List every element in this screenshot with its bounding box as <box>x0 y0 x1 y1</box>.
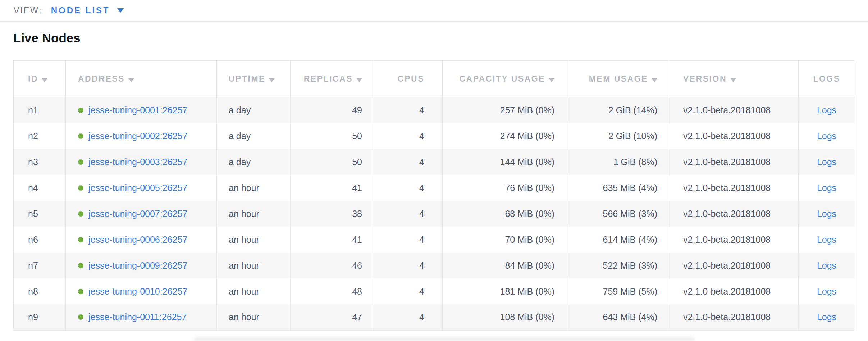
live-nodes-table: ID ADDRESS UPTIME REPLICAS CPUS CAPACITY… <box>13 60 855 331</box>
view-label: VIEW: <box>14 6 42 15</box>
node-replicas-cell: 50 <box>291 123 373 149</box>
node-address-link[interactable]: jesse-tuning-0009:26257 <box>88 260 187 270</box>
node-capacity-usage-cell: 108 MiB (0%) <box>443 304 568 330</box>
node-health-icon <box>78 237 83 242</box>
node-id-cell: n4 <box>14 175 66 201</box>
node-id-cell: n1 <box>14 97 66 123</box>
column-header-address[interactable]: ADDRESS <box>66 60 217 97</box>
sort-arrow-icon <box>128 78 134 82</box>
node-address-link[interactable]: jesse-tuning-0006:26257 <box>88 235 187 245</box>
column-header-capacity-usage[interactable]: CAPACITY USAGE <box>443 60 568 97</box>
node-uptime-cell: an hour <box>217 201 291 227</box>
node-mem-usage-cell: 522 MiB (3%) <box>568 253 668 278</box>
node-uptime-cell: an hour <box>217 304 291 330</box>
node-version-cell: v2.1.0-beta.20181008 <box>668 175 799 201</box>
table-row: n8 jesse-tuning-0010:26257 an hour 48 4 … <box>14 278 855 304</box>
node-version-cell: v2.1.0-beta.20181008 <box>668 278 799 304</box>
node-capacity-usage-cell: 84 MiB (0%) <box>443 253 568 278</box>
node-logs-link[interactable]: Logs <box>817 312 836 322</box>
node-replicas-cell: 41 <box>291 227 373 253</box>
node-mem-usage-cell: 2 GiB (10%) <box>568 123 668 149</box>
node-version-cell: v2.1.0-beta.20181008 <box>668 201 799 227</box>
node-address-link[interactable]: jesse-tuning-0002:26257 <box>88 131 187 141</box>
node-logs-link[interactable]: Logs <box>817 131 836 141</box>
node-health-icon <box>78 185 83 191</box>
sort-arrow-icon <box>42 78 47 82</box>
node-address-link[interactable]: jesse-tuning-0003:26257 <box>88 157 187 167</box>
node-cpus-cell: 4 <box>373 97 443 123</box>
node-logs-link[interactable]: Logs <box>817 105 836 115</box>
table-row: n3 jesse-tuning-0003:26257 a day 50 4 14… <box>14 149 855 175</box>
chevron-down-icon <box>117 8 124 13</box>
node-capacity-usage-cell: 274 MiB (0%) <box>443 123 568 149</box>
node-address-link[interactable]: jesse-tuning-0010:26257 <box>88 286 187 296</box>
column-header-version[interactable]: VERSION <box>668 60 799 97</box>
node-capacity-usage-cell: 68 MiB (0%) <box>443 201 568 227</box>
node-replicas-cell: 38 <box>291 201 373 227</box>
sort-arrow-icon <box>549 78 554 82</box>
node-health-icon <box>78 133 83 139</box>
node-uptime-cell: an hour <box>217 253 291 278</box>
table-row: n2 jesse-tuning-0002:26257 a day 50 4 27… <box>14 123 855 149</box>
column-header-uptime[interactable]: UPTIME <box>217 60 291 97</box>
node-cpus-cell: 4 <box>373 304 443 330</box>
node-cpus-cell: 4 <box>373 175 443 201</box>
node-cpus-cell: 4 <box>373 123 443 149</box>
node-uptime-cell: a day <box>217 123 291 149</box>
node-health-icon <box>78 159 83 165</box>
node-replicas-cell: 47 <box>291 304 373 330</box>
node-address-link[interactable]: jesse-tuning-0011:26257 <box>88 312 187 322</box>
node-capacity-usage-cell: 76 MiB (0%) <box>443 175 568 201</box>
node-mem-usage-cell: 614 MiB (4%) <box>568 227 668 253</box>
node-logs-link[interactable]: Logs <box>817 260 836 270</box>
node-uptime-cell: an hour <box>217 175 291 201</box>
node-replicas-cell: 41 <box>291 175 373 201</box>
node-address-link[interactable]: jesse-tuning-0007:26257 <box>88 209 187 219</box>
node-logs-link[interactable]: Logs <box>817 183 836 193</box>
column-header-replicas[interactable]: REPLICAS <box>291 60 373 97</box>
table-row: n7 jesse-tuning-0009:26257 an hour 46 4 … <box>14 253 855 278</box>
node-version-cell: v2.1.0-beta.20181008 <box>668 123 799 149</box>
node-logs-link[interactable]: Logs <box>817 157 836 167</box>
node-uptime-cell: a day <box>217 149 291 175</box>
view-selector-dropdown[interactable]: NODE LIST <box>51 5 124 15</box>
node-replicas-cell: 46 <box>291 253 373 278</box>
table-row: n5 jesse-tuning-0007:26257 an hour 38 4 … <box>14 201 855 227</box>
node-logs-link[interactable]: Logs <box>817 235 836 245</box>
node-uptime-cell: a day <box>217 97 291 123</box>
column-header-mem-usage[interactable]: MEM USAGE <box>568 60 668 97</box>
node-version-cell: v2.1.0-beta.20181008 <box>668 304 799 330</box>
node-mem-usage-cell: 643 MiB (4%) <box>568 304 668 330</box>
node-uptime-cell: an hour <box>217 227 291 253</box>
node-capacity-usage-cell: 257 MiB (0%) <box>443 97 568 123</box>
node-address-link[interactable]: jesse-tuning-0005:26257 <box>88 183 187 193</box>
node-version-cell: v2.1.0-beta.20181008 <box>668 253 799 278</box>
sort-arrow-icon <box>730 78 736 82</box>
column-header-logs: LOGS <box>799 60 855 97</box>
node-id-cell: n5 <box>14 201 66 227</box>
node-health-icon <box>78 289 83 294</box>
node-version-cell: v2.1.0-beta.20181008 <box>668 227 799 253</box>
column-header-cpus: CPUS <box>373 60 443 97</box>
node-health-icon <box>78 314 83 320</box>
node-id-cell: n7 <box>14 253 66 278</box>
view-selected-value: NODE LIST <box>51 5 110 15</box>
node-cpus-cell: 4 <box>373 201 443 227</box>
node-cpus-cell: 4 <box>373 278 443 304</box>
node-logs-link[interactable]: Logs <box>817 209 836 219</box>
sort-arrow-icon <box>356 78 362 82</box>
node-health-icon <box>78 211 83 217</box>
node-mem-usage-cell: 2 GiB (14%) <box>568 97 668 123</box>
node-mem-usage-cell: 566 MiB (3%) <box>568 201 668 227</box>
node-replicas-cell: 50 <box>291 149 373 175</box>
node-uptime-cell: an hour <box>217 278 291 304</box>
node-id-cell: n9 <box>14 304 66 330</box>
node-id-cell: n8 <box>14 278 66 304</box>
node-address-link[interactable]: jesse-tuning-0001:26257 <box>88 105 187 115</box>
node-logs-link[interactable]: Logs <box>817 286 836 296</box>
table-header-row: ID ADDRESS UPTIME REPLICAS CPUS CAPACITY… <box>14 60 855 97</box>
view-bar: VIEW: NODE LIST <box>0 0 868 22</box>
node-cpus-cell: 4 <box>373 227 443 253</box>
node-capacity-usage-cell: 144 MiB (0%) <box>443 149 568 175</box>
column-header-id[interactable]: ID <box>14 60 66 97</box>
